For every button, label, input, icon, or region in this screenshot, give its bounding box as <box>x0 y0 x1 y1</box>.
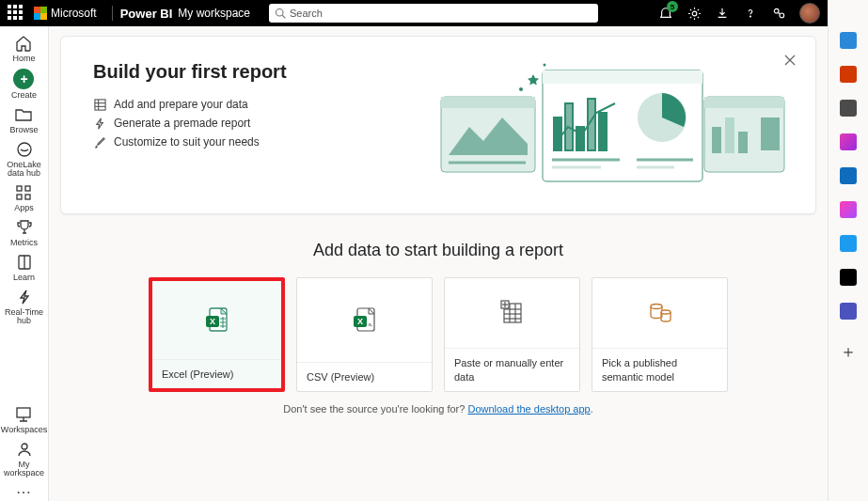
nav-metrics[interactable]: Metrics <box>10 218 38 247</box>
nav-onelake-label: OneLake data hub <box>7 161 41 178</box>
book-icon <box>15 253 34 272</box>
hero-title: Build your first report <box>93 61 287 83</box>
nav-my-workspace[interactable]: My workspace <box>4 440 44 478</box>
download-desktop-link[interactable]: Download the desktop app <box>467 403 590 415</box>
app-power-icon[interactable] <box>840 201 857 218</box>
footer-hint: Don't see the source you're looking for?… <box>60 403 816 415</box>
settings-button[interactable] <box>687 6 702 21</box>
microsoft-logo: Microsoft <box>34 7 97 20</box>
app-launcher-icon[interactable] <box>8 5 24 22</box>
folder-icon <box>14 105 33 124</box>
card-paste[interactable]: Paste or manually enter data <box>444 277 580 392</box>
notifications-badge: 5 <box>667 1 678 12</box>
app-tag-icon[interactable] <box>840 32 857 49</box>
svg-rect-30 <box>543 70 702 84</box>
svg-rect-15 <box>94 99 104 109</box>
nav-realtime[interactable]: Real-Time hub <box>5 288 43 325</box>
gear-icon <box>687 7 702 21</box>
footer-tail: . <box>591 403 593 415</box>
hero-illustration <box>432 61 789 193</box>
svg-text:X: X <box>356 317 362 326</box>
nav-my-workspace-label: My workspace <box>4 461 44 478</box>
app-x-icon[interactable] <box>840 269 857 286</box>
svg-rect-7 <box>17 186 22 191</box>
plus-icon: + <box>13 69 34 89</box>
product-name[interactable]: Power BI <box>120 7 173 21</box>
download-icon <box>716 7 729 20</box>
top-header: Microsoft Power BI My workspace Search 5 <box>0 0 828 26</box>
svg-point-41 <box>519 87 523 91</box>
brush-icon <box>93 135 106 149</box>
main-content: Build your first report Add and prepare … <box>49 26 828 501</box>
nav-apps[interactable]: Apps <box>14 183 34 212</box>
nav-create[interactable]: + Create <box>11 69 37 100</box>
app-chess-icon[interactable] <box>840 100 857 117</box>
apps-icon <box>14 183 33 202</box>
svg-rect-33 <box>576 127 584 150</box>
feedback-button[interactable] <box>771 6 786 21</box>
svg-point-65 <box>651 305 662 309</box>
card-csv-label: CSV (Preview) <box>297 362 432 391</box>
onelake-icon <box>15 140 34 159</box>
app-copilot-icon[interactable] <box>840 133 857 150</box>
close-hero-button[interactable] <box>783 54 797 70</box>
nav-realtime-label: Real-Time hub <box>5 308 43 325</box>
nav-browse[interactable]: Browse <box>9 105 38 134</box>
svg-rect-27 <box>738 132 748 153</box>
svg-line-1 <box>282 15 285 18</box>
svg-point-0 <box>276 9 284 17</box>
card-semantic[interactable]: Pick a published semantic model <box>592 277 728 392</box>
search-placeholder: Search <box>290 8 323 19</box>
svg-rect-8 <box>25 186 30 191</box>
app-briefcase-icon[interactable] <box>840 66 857 83</box>
card-paste-label: Paste or manually enter data <box>445 348 579 391</box>
workspaces-icon <box>14 405 33 424</box>
svg-point-5 <box>779 13 783 18</box>
nav-workspaces[interactable]: Workspaces <box>1 405 47 434</box>
download-button[interactable] <box>715 6 730 21</box>
paste-icon <box>445 278 579 348</box>
app-teams-icon[interactable] <box>840 303 857 320</box>
svg-rect-35 <box>599 113 607 150</box>
nav-apps-label: Apps <box>14 204 34 212</box>
add-data-heading: Add data to start building a report <box>60 241 816 260</box>
search-input[interactable]: Search <box>269 4 598 23</box>
help-button[interactable] <box>743 6 758 21</box>
notifications-button[interactable]: 5 <box>658 6 673 21</box>
add-app-button[interactable]: ＋ <box>840 340 857 363</box>
my-workspace-icon <box>15 440 34 459</box>
app-outlook-icon[interactable] <box>840 167 857 184</box>
excel-icon: X <box>152 281 281 359</box>
feedback-icon <box>772 7 786 21</box>
user-avatar[interactable] <box>799 3 820 23</box>
card-semantic-label: Pick a published semantic model <box>592 348 727 391</box>
home-icon <box>14 34 33 53</box>
svg-point-14 <box>22 444 27 449</box>
nav-overflow[interactable]: ⋯ <box>16 483 33 501</box>
csv-icon: Xa, <box>297 278 432 362</box>
lightning-icon <box>93 117 106 130</box>
nav-home[interactable]: Home <box>12 34 35 63</box>
hero-card: Build your first report Add and prepare … <box>60 36 816 214</box>
hero-bullet-1: Add and prepare your data <box>93 98 287 111</box>
realtime-icon <box>15 288 34 306</box>
svg-point-3 <box>750 16 750 17</box>
svg-rect-10 <box>25 195 30 199</box>
svg-point-4 <box>774 8 779 13</box>
right-app-bar: ＋ <box>828 0 868 501</box>
nav-home-label: Home <box>12 55 35 63</box>
help-icon <box>744 7 757 20</box>
svg-marker-28 <box>761 117 780 150</box>
nav-workspaces-label: Workspaces <box>1 426 47 434</box>
card-excel[interactable]: X Excel (Preview) <box>149 277 285 392</box>
table-icon <box>93 98 106 111</box>
hero-bullet-2: Generate a premade report <box>93 117 287 130</box>
footer-lead: Don't see the source you're looking for? <box>283 403 467 415</box>
nav-onelake[interactable]: OneLake data hub <box>7 140 41 178</box>
workspace-breadcrumb[interactable]: My workspace <box>178 7 250 20</box>
card-csv[interactable]: Xa, CSV (Preview) <box>296 277 433 392</box>
svg-rect-25 <box>712 127 721 153</box>
app-send-icon[interactable] <box>840 235 857 252</box>
nav-learn[interactable]: Learn <box>13 253 35 282</box>
semantic-model-icon <box>592 278 727 348</box>
